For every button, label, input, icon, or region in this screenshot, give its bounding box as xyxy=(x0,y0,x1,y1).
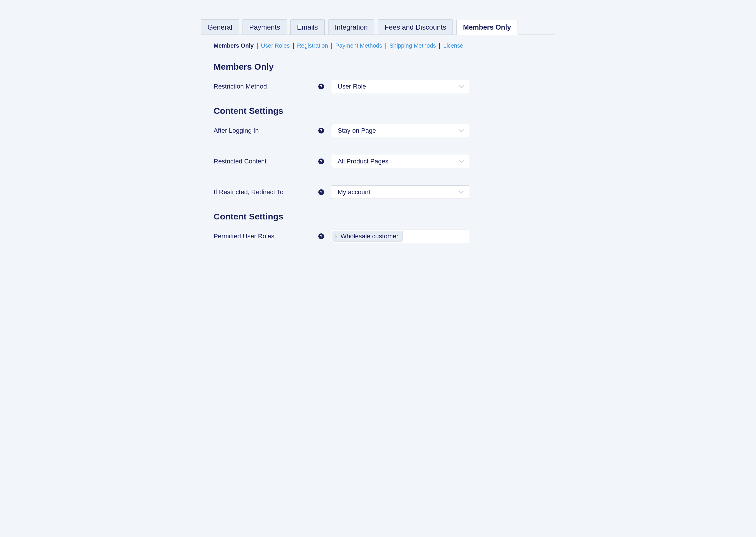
help-restriction-method[interactable]: ? xyxy=(318,84,331,89)
subnav-license[interactable]: License xyxy=(443,42,463,49)
settings-panel: General Payments Emails Integration Fees… xyxy=(201,18,555,243)
label-permitted-roles: Permitted User Roles xyxy=(214,232,318,240)
row-redirect-to: If Restricted, Redirect To ? My account xyxy=(214,186,555,199)
tab-members-only[interactable]: Members Only xyxy=(456,20,517,35)
tab-integration[interactable]: Integration xyxy=(328,20,375,34)
subnav-payment-methods[interactable]: Payment Methods xyxy=(335,42,382,49)
select-value: Stay on Page xyxy=(338,127,376,134)
help-icon: ? xyxy=(318,233,324,239)
help-after-login[interactable]: ? xyxy=(318,128,331,134)
select-value: All Product Pages xyxy=(338,158,389,165)
select-restricted-content[interactable]: All Product Pages xyxy=(331,155,469,168)
tab-payments[interactable]: Payments xyxy=(243,20,287,34)
subnav-separator: | xyxy=(331,42,332,49)
section-heading-members-only: Members Only xyxy=(214,62,555,72)
subnav-user-roles[interactable]: User Roles xyxy=(261,42,290,49)
row-restricted-content: Restricted Content ? All Product Pages xyxy=(214,155,555,168)
section-heading-content-settings-1: Content Settings xyxy=(214,106,555,116)
tab-general[interactable]: General xyxy=(201,20,239,34)
help-icon: ? xyxy=(318,128,324,134)
label-restriction-method: Restriction Method xyxy=(214,83,318,90)
chevron-down-icon xyxy=(458,83,465,90)
label-redirect-to: If Restricted, Redirect To xyxy=(214,188,318,196)
tagbox-permitted-roles[interactable]: x Wholesale customer xyxy=(331,229,469,243)
tag-label: Wholesale customer xyxy=(341,232,398,240)
row-after-login: After Logging In ? Stay on Page xyxy=(214,124,555,137)
select-value: My account xyxy=(338,188,371,196)
help-icon: ? xyxy=(318,189,324,195)
help-permitted-roles[interactable]: ? xyxy=(318,233,331,239)
label-after-login: After Logging In xyxy=(214,127,318,134)
tab-fees-and-discounts[interactable]: Fees and Discounts xyxy=(378,20,453,34)
select-after-login[interactable]: Stay on Page xyxy=(331,124,469,137)
select-restriction-method[interactable]: User Role xyxy=(331,80,469,93)
subnav: Members Only | User Roles | Registration… xyxy=(214,42,555,49)
chevron-down-icon xyxy=(458,158,465,165)
close-icon[interactable]: x xyxy=(335,234,338,239)
subnav-separator: | xyxy=(256,42,258,49)
tab-content: Members Only | User Roles | Registration… xyxy=(201,35,555,243)
help-redirect-to[interactable]: ? xyxy=(318,189,331,195)
help-icon: ? xyxy=(318,158,324,164)
tabs-row: General Payments Emails Integration Fees… xyxy=(201,18,555,35)
tag-permitted-role: x Wholesale customer xyxy=(333,231,403,241)
subnav-separator: | xyxy=(385,42,386,49)
chevron-down-icon xyxy=(458,189,465,195)
help-icon: ? xyxy=(318,84,324,89)
subnav-members-only[interactable]: Members Only xyxy=(214,42,254,49)
help-restricted-content[interactable]: ? xyxy=(318,158,331,164)
select-redirect-to[interactable]: My account xyxy=(331,186,469,199)
row-restriction-method: Restriction Method ? User Role xyxy=(214,80,555,93)
chevron-down-icon xyxy=(458,127,465,134)
tab-emails[interactable]: Emails xyxy=(290,20,325,34)
section-heading-content-settings-2: Content Settings xyxy=(214,212,555,222)
select-value: User Role xyxy=(338,83,366,90)
subnav-separator: | xyxy=(292,42,294,49)
label-restricted-content: Restricted Content xyxy=(214,158,318,165)
subnav-separator: | xyxy=(439,42,440,49)
subnav-registration[interactable]: Registration xyxy=(297,42,328,49)
row-permitted-roles: Permitted User Roles ? x Wholesale custo… xyxy=(214,229,555,243)
subnav-shipping-methods[interactable]: Shipping Methods xyxy=(389,42,436,49)
